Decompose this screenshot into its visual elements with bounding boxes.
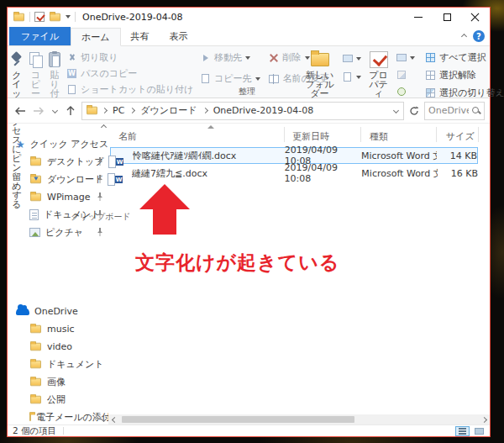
open-button[interactable] bbox=[393, 51, 417, 64]
delete-x-icon bbox=[270, 54, 278, 62]
close-button[interactable] bbox=[461, 8, 490, 26]
search-input[interactable]: OneDrive-... bbox=[424, 102, 485, 120]
copy-path-button[interactable]: W パスのコピー bbox=[64, 66, 196, 81]
dropdown-caret bbox=[356, 76, 361, 79]
details-view-icon bbox=[459, 428, 466, 435]
column-separator[interactable] bbox=[436, 127, 437, 142]
breadcrumb-downloads[interactable]: ダウンロード bbox=[139, 103, 198, 118]
scroll-right-icon[interactable] bbox=[478, 414, 490, 425]
column-header-modified[interactable]: 更新日時 bbox=[292, 130, 329, 143]
separator bbox=[29, 12, 30, 22]
new-folder-label-2: フォルダー bbox=[303, 80, 336, 98]
sidebar-item-email-attachments[interactable]: 電子メールの添付 bbox=[8, 409, 108, 425]
column-header-size[interactable]: サイズ bbox=[446, 130, 475, 143]
scrollbar-thumb[interactable] bbox=[122, 416, 354, 423]
dropdown-caret bbox=[410, 56, 415, 60]
collapse-ribbon-icon[interactable] bbox=[461, 33, 467, 39]
sidebar-item-music[interactable]: music bbox=[8, 320, 108, 338]
address-dropdown-icon[interactable] bbox=[393, 108, 399, 113]
scrollbar-track[interactable] bbox=[120, 414, 478, 425]
tab-share[interactable]: 共有 bbox=[121, 27, 160, 45]
sidebar-item-wpimage[interactable]: WPimage bbox=[8, 188, 108, 206]
history-icon bbox=[397, 87, 406, 96]
sidebar-item-public[interactable]: 公開 bbox=[8, 391, 108, 409]
sidebar-item-images[interactable]: 画像 bbox=[8, 373, 108, 391]
dropdown-caret bbox=[245, 56, 250, 60]
edit-button[interactable] bbox=[393, 68, 417, 81]
column-separator[interactable] bbox=[360, 127, 361, 142]
file-name: 縺縺7繧九≦.docx bbox=[132, 167, 285, 180]
help-icon[interactable]: ? bbox=[473, 30, 485, 42]
folder-icon bbox=[30, 343, 41, 351]
sidebar-scroll-up-icon[interactable] bbox=[101, 124, 107, 130]
annotation-arrow-up bbox=[139, 184, 190, 235]
list-header: 名前 更新日時 種類 サイズ bbox=[108, 124, 490, 145]
file-list-pane: 名前 更新日時 種類 サイズ W 怜喀縺代ｱ縺ｿ繝ｲ繝.docx 2019/04… bbox=[108, 124, 490, 425]
horizontal-scrollbar[interactable] bbox=[108, 414, 490, 425]
column-separator[interactable] bbox=[284, 127, 285, 142]
sort-ascending-icon bbox=[207, 125, 214, 129]
column-header-name[interactable]: 名前 bbox=[118, 130, 137, 143]
recent-locations-caret[interactable] bbox=[50, 103, 60, 119]
new-folder-button[interactable]: 新しい フォルダー bbox=[300, 49, 339, 100]
close-icon bbox=[471, 13, 480, 21]
forward-button[interactable] bbox=[31, 103, 46, 119]
app-folder-icon bbox=[13, 13, 24, 20]
scroll-left-icon[interactable] bbox=[108, 414, 120, 425]
sidebar-item-documents[interactable]: ドキュメント bbox=[8, 206, 108, 224]
sidebar-item-label: ドキュメント bbox=[44, 208, 101, 221]
sidebar-quick-access[interactable]: ★ クイック アクセス bbox=[8, 135, 108, 153]
paste-shortcut-button[interactable]: ショートカットの貼り付け bbox=[64, 82, 196, 97]
new-folder-quick-icon[interactable] bbox=[50, 13, 60, 20]
edit-icon bbox=[397, 71, 406, 79]
pin-icon bbox=[97, 157, 103, 166]
history-button[interactable] bbox=[393, 85, 417, 98]
quick-access-toolbar-caret[interactable] bbox=[66, 15, 71, 18]
breadcrumb[interactable]: PC ダウンロード OneDrive-2019-04-08 bbox=[81, 102, 404, 120]
tab-file[interactable]: ファイル bbox=[9, 27, 71, 45]
copy-to-button[interactable]: コピー先 bbox=[197, 71, 263, 86]
breadcrumb-pc[interactable]: PC bbox=[111, 104, 126, 117]
cut-button[interactable]: 切り取り bbox=[64, 50, 196, 65]
copy-button[interactable]: コピー bbox=[26, 49, 45, 100]
easy-access-button[interactable] bbox=[339, 71, 364, 83]
sidebar-item-desktop[interactable]: デスクトップ bbox=[8, 153, 108, 171]
details-view-button[interactable] bbox=[455, 426, 470, 436]
sidebar-item-label: ドキュメント bbox=[47, 358, 104, 371]
pictures-icon bbox=[29, 228, 40, 237]
back-button[interactable] bbox=[13, 103, 28, 119]
select-all-button[interactable]: すべて選択 bbox=[423, 50, 504, 65]
column-header-type[interactable]: 種類 bbox=[370, 130, 388, 143]
pin-icon bbox=[97, 228, 103, 236]
dropdown-caret bbox=[356, 57, 361, 61]
select-all-label: すべて選択 bbox=[439, 51, 486, 64]
new-item-icon bbox=[343, 55, 353, 62]
breadcrumb-current-folder[interactable]: OneDrive-2019-04-08 bbox=[212, 104, 316, 117]
select-none-button[interactable]: 選択解除 bbox=[423, 68, 504, 82]
file-row-2[interactable]: W 縺縺7繧九≦.docx 2019/04/09 10:08 Microsoft… bbox=[110, 165, 478, 182]
tab-home[interactable]: ホーム bbox=[71, 28, 121, 46]
thumbnails-view-button[interactable] bbox=[472, 426, 486, 436]
up-button[interactable] bbox=[63, 103, 78, 119]
properties-label: プロパティ bbox=[367, 71, 390, 98]
move-to-button[interactable]: 移動先 bbox=[197, 50, 263, 65]
column-separator[interactable] bbox=[478, 127, 479, 142]
sidebar-item-pictures[interactable]: ピクチャ bbox=[8, 224, 108, 241]
sidebar-item-onedrive-documents[interactable]: ドキュメント bbox=[8, 356, 108, 373]
sidebar-item-label: 画像 bbox=[47, 376, 66, 388]
properties-button[interactable]: プロパティ bbox=[364, 49, 393, 103]
paste-shortcut-label: ショートカットの貼り付け bbox=[81, 83, 193, 96]
location-folder-icon bbox=[87, 107, 97, 114]
tab-view[interactable]: 表示 bbox=[160, 27, 198, 45]
sidebar-onedrive[interactable]: OneDrive bbox=[8, 303, 108, 320]
refresh-button[interactable] bbox=[407, 103, 421, 119]
maximize-button[interactable] bbox=[433, 8, 461, 26]
folder-icon bbox=[30, 396, 41, 403]
properties-quick-icon[interactable] bbox=[34, 12, 45, 22]
sidebar-item-downloads[interactable]: ダウンロード bbox=[8, 171, 108, 188]
sidebar-item-video[interactable]: video bbox=[8, 338, 108, 356]
new-item-button[interactable] bbox=[339, 52, 364, 65]
file-row-1[interactable]: W 怜喀縺代ｱ縺ｿ繝ｲ繝.docx 2019/04/09 10:08 Micro… bbox=[110, 147, 478, 164]
copy-path-label: パスのコピー bbox=[81, 67, 137, 80]
minimize-button[interactable] bbox=[404, 8, 433, 26]
